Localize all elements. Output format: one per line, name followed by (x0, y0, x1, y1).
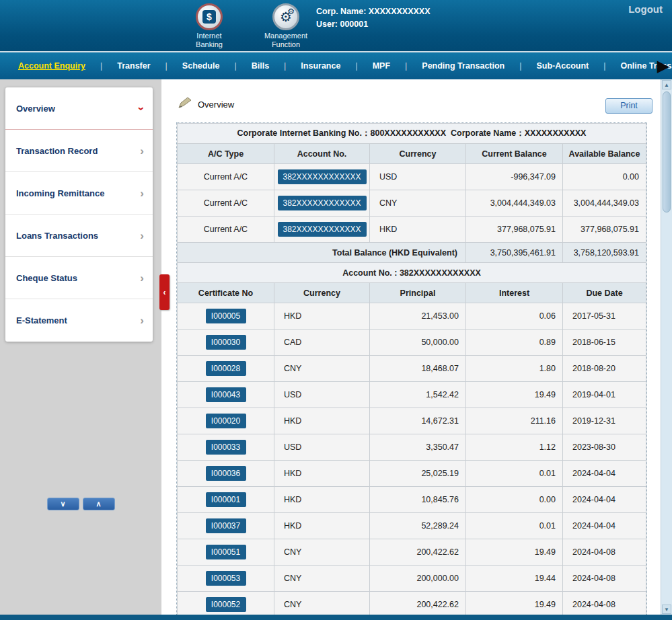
vertical-scrollbar[interactable]: ▲ ▼ (661, 79, 672, 615)
col-header-certificate-no: Certificate No (178, 283, 274, 303)
header-shortcuts: $ Internet Banking ⚙ ⚙ Management Functi… (183, 3, 312, 48)
scrollbar-up-icon[interactable]: ▲ (662, 80, 671, 89)
certificate-number-button[interactable]: I000030 (206, 335, 246, 350)
scroll-down-button[interactable]: ∨ (47, 498, 79, 510)
nav-item-account-enquiry[interactable]: Account Enquiry (11, 61, 93, 71)
col-header-due-date: Due Date (563, 283, 646, 303)
nav-item-sub-account[interactable]: Sub-Account (512, 61, 596, 71)
logout-button[interactable]: Logout (628, 3, 663, 15)
due-date-cell: 2017-05-31 (563, 303, 646, 330)
due-date-cell: 2024-04-08 (563, 592, 646, 615)
certificate-number-button[interactable]: I000052 (206, 597, 246, 612)
currency-cell: CNY (370, 190, 466, 217)
principal-cell: 200,422.62 (370, 592, 466, 615)
sidebar-item-cheque-status[interactable]: Cheque Status › (5, 257, 153, 299)
due-date-cell: 2023-08-30 (563, 434, 646, 461)
corp-name-text: Corp. Name: XXXXXXXXXXX (316, 5, 431, 18)
principal-cell: 21,453.00 (370, 303, 466, 330)
certificate-number-button[interactable]: I000043 (206, 387, 246, 402)
available-balance-cell: 3,004,444,349.03 (563, 190, 646, 217)
interest-cell: 0.89 (466, 330, 563, 356)
certificate-number-button[interactable]: I000037 (206, 518, 246, 533)
sidebar-item-label: Loans Transactions (16, 231, 98, 241)
principal-cell: 10,845.76 (370, 487, 466, 513)
due-date-cell: 2018-08-20 (563, 356, 646, 382)
sidebar-item-loans-transactions[interactable]: Loans Transactions › (5, 215, 153, 257)
certificate-number-button[interactable]: I000001 (206, 492, 246, 507)
deposit-row: I000028 CNY 18,468.07 1.80 2018-08-20 (178, 356, 646, 382)
due-date-cell: 2024-04-04 (563, 513, 646, 539)
principal-cell: 200,422.62 (370, 539, 466, 566)
internet-banking-icon[interactable]: $ (196, 3, 223, 30)
interest-cell: 0.06 (466, 303, 563, 330)
deposit-row: I000051 CNY 200,422.62 19.49 2024-04-08 (178, 539, 646, 566)
certificate-cell: I000051 (178, 539, 274, 566)
deposit-row: I000005 HKD 21,453.00 0.06 2017-05-31 (178, 303, 646, 330)
available-balance-cell: 377,968,075.91 (563, 217, 646, 243)
management-function-icon[interactable]: ⚙ ⚙ (272, 3, 299, 30)
due-date-cell: 2024-04-04 (563, 461, 646, 487)
deposits-table: Account No. : 382XXXXXXXXXXXX Certificat… (177, 262, 646, 615)
currency-cell: HKD (274, 513, 370, 539)
scrollbar-thumb[interactable] (663, 91, 671, 212)
principal-cell: 1,542.42 (370, 382, 466, 408)
nav-scroll-right-icon[interactable]: ▶ (655, 55, 672, 77)
certificate-number-button[interactable]: I000053 (206, 571, 246, 586)
sidebar-item-label: E-Statement (16, 315, 67, 325)
currency-cell: USD (274, 382, 370, 408)
interest-cell: 19.49 (466, 592, 563, 615)
due-date-cell: 2024-04-04 (563, 487, 646, 513)
certificate-cell: I000037 (178, 513, 274, 539)
principal-cell: 50,000.00 (370, 330, 466, 356)
sidebar-item-incoming-remittance[interactable]: Incoming Remittance › (5, 172, 153, 215)
current-balance-cell: -996,347.09 (466, 164, 563, 190)
account-number-button[interactable]: 382XXXXXXXXXXXX (278, 169, 367, 184)
due-date-cell: 2019-12-31 (563, 408, 646, 434)
account-number-cell: 382XXXXXXXXXXXX (274, 217, 370, 243)
certificate-cell: I000052 (178, 592, 274, 615)
sidebar-item-e-statement[interactable]: E-Statement › (5, 299, 153, 342)
interest-cell: 0.00 (466, 487, 563, 513)
accounts-table-header-row: A/C Type Account No. Currency Current Ba… (178, 144, 646, 164)
account-number-button[interactable]: 382XXXXXXXXXXXX (278, 196, 367, 210)
sidebar-item-transaction-record[interactable]: Transaction Record › (5, 130, 153, 172)
nav-item-pending-transaction[interactable]: Pending Transaction (398, 61, 512, 71)
interest-cell: 1.80 (466, 356, 563, 382)
certificate-number-button[interactable]: I000020 (206, 414, 246, 428)
sidebar-item-label: Incoming Remittance (16, 188, 104, 198)
nav-item-schedule[interactable]: Schedule (158, 61, 227, 71)
scroll-up-button[interactable]: ∧ (83, 498, 115, 510)
certificate-number-button[interactable]: I000036 (206, 466, 246, 481)
sidebar-item-label: Cheque Status (16, 273, 77, 283)
account-number-button[interactable]: 382XXXXXXXXXXXX (278, 222, 367, 237)
nav-item-bills[interactable]: Bills (227, 61, 276, 71)
interest-cell: 19.49 (466, 539, 563, 566)
currency-cell: CNY (274, 539, 370, 566)
internet-banking-shortcut[interactable]: $ Internet Banking (183, 3, 235, 48)
certificate-number-button[interactable]: I000051 (206, 545, 246, 559)
management-function-shortcut[interactable]: ⚙ ⚙ Management Function (260, 3, 312, 48)
account-row: Current A/C 382XXXXXXXXXXXX USD -996,347… (178, 164, 646, 190)
certificate-cell: I000005 (178, 303, 274, 330)
due-date-cell: 2019-04-01 (563, 382, 646, 408)
col-header-currency: Currency (274, 283, 370, 303)
nav-item-insurance[interactable]: Insurance (276, 61, 348, 71)
certificate-cell: I000020 (178, 408, 274, 434)
col-header-currency: Currency (370, 144, 466, 164)
sidebar-collapse-button[interactable]: ‹ (159, 274, 170, 310)
certificate-number-button[interactable]: I000028 (206, 361, 246, 376)
due-date-cell: 2024-04-08 (563, 566, 646, 592)
certificate-number-button[interactable]: I000033 (206, 440, 246, 455)
nav-item-mpf[interactable]: MPF (348, 61, 398, 71)
scrollbar-down-icon[interactable]: ▼ (662, 605, 671, 614)
print-button[interactable]: Print (605, 98, 652, 114)
deposit-row: I000053 CNY 200,000.00 19.44 2024-04-08 (178, 566, 646, 592)
currency-cell: USD (370, 164, 466, 190)
sidebar-item-overview[interactable]: Overview › (5, 87, 153, 130)
accounts-table-body: Current A/C 382XXXXXXXXXXXX USD -996,347… (178, 164, 646, 243)
account-type-cell: Current A/C (178, 164, 274, 190)
certificate-number-button[interactable]: I000005 (206, 309, 246, 323)
footer-strip (0, 615, 672, 620)
total-balance-row: Total Balance (HKD Equivalent) 3,750,395… (178, 243, 646, 263)
nav-item-transfer[interactable]: Transfer (93, 61, 158, 71)
